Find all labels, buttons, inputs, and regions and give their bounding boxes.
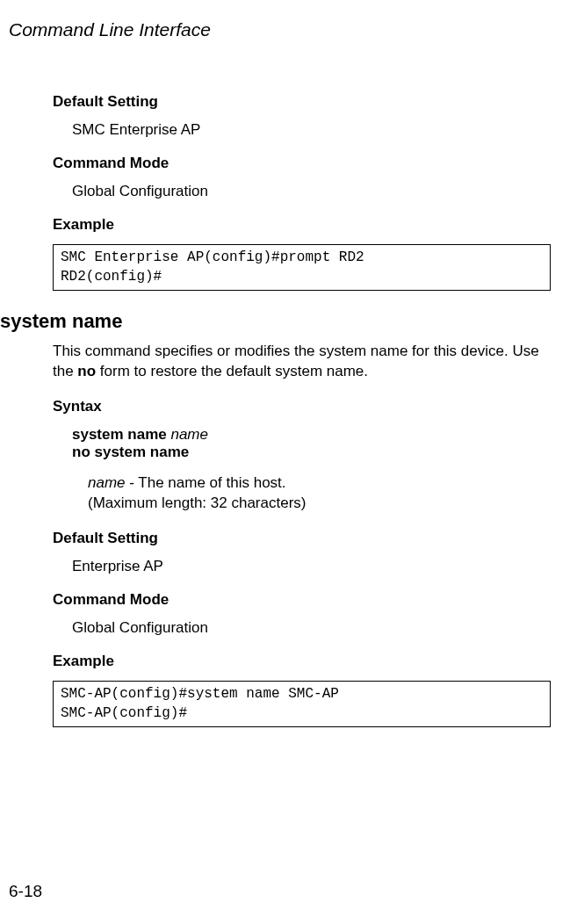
default-setting-heading-1: Default Setting — [53, 93, 551, 111]
syntax-cmd: system name — [72, 426, 170, 443]
syntax-heading: Syntax — [53, 398, 551, 415]
command-mode-heading-2: Command Mode — [53, 591, 551, 609]
example-heading-2: Example — [53, 653, 551, 670]
default-setting-value-2: Enterprise AP — [53, 558, 551, 575]
command-mode-heading-1: Command Mode — [53, 155, 551, 172]
syntax-line-1: system name name — [72, 426, 551, 444]
syntax-block: system name name no system name — [53, 426, 551, 461]
code-line: SMC-AP(config)# — [61, 705, 187, 721]
example-heading-1: Example — [53, 216, 551, 234]
param-description: name - The name of this host. (Maximum l… — [53, 473, 551, 514]
code-line: SMC Enterprise AP(config)#prompt RD2 — [61, 249, 364, 265]
content-area: Default Setting SMC Enterprise AP Comman… — [0, 40, 577, 727]
desc-bold: no — [77, 363, 96, 379]
command-title: system name — [0, 310, 551, 333]
desc-text: form to restore the default system name. — [96, 363, 368, 379]
page-header: Command Line Interface — [0, 0, 577, 40]
syntax-param: name — [170, 426, 208, 443]
code-example-2: SMC-AP(config)#system name SMC-AP SMC-AP… — [53, 681, 551, 727]
code-line: RD2(config)# — [61, 269, 162, 285]
param-text-2: (Maximum length: 32 characters) — [88, 494, 306, 511]
param-name: name — [88, 474, 126, 491]
param-text: - The name of this host. — [126, 474, 286, 491]
page-number: 6-18 — [9, 882, 42, 901]
command-mode-value-1: Global Configuration — [53, 183, 551, 200]
syntax-line-2: no system name — [72, 444, 551, 461]
command-mode-value-2: Global Configuration — [53, 619, 551, 637]
default-setting-value-1: SMC Enterprise AP — [53, 121, 551, 139]
code-line: SMC-AP(config)#system name SMC-AP — [61, 686, 339, 702]
default-setting-heading-2: Default Setting — [53, 530, 551, 547]
command-description: This command specifies or modifies the s… — [53, 342, 551, 382]
code-example-1: SMC Enterprise AP(config)#prompt RD2 RD2… — [53, 244, 551, 291]
